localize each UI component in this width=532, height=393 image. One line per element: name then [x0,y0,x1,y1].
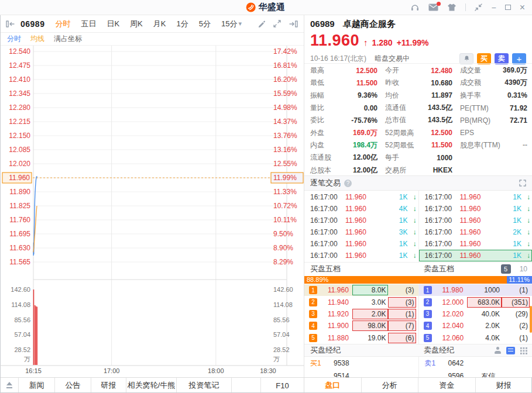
collapse-left-panel-icon[interactable] [6,20,15,27]
broker-grid-view-icon[interactable] [520,347,527,354]
broker-person-view-icon[interactable] [494,347,502,354]
ask-ratio: 11.11% [507,276,532,284]
sell-button[interactable]: 卖 [495,53,509,64]
overlay-toggle[interactable]: 分时 [7,34,21,44]
period-tab[interactable]: 周K [130,19,143,29]
tick-volume: 1K [492,216,522,225]
depth-price: 12.040 [437,322,467,330]
broker-row[interactable]: 买19538 [310,357,418,370]
panel-tab[interactable]: 财报 [475,378,532,393]
draw-pencil-icon[interactable] [258,20,265,27]
quote-cell: 内盘198.4万 [310,139,377,151]
open-right-panel-icon[interactable] [289,20,298,27]
alert-bell-button[interactable] [459,53,473,64]
tick-volume: 4K [377,205,408,213]
period-tab[interactable]: 五日 [81,19,96,29]
svg-text:114.08: 114.08 [273,301,293,308]
overlay-toggle[interactable]: 满占坐标 [54,34,82,44]
chevron-down-icon[interactable]: ▾ [238,20,242,27]
broker-row[interactable]: 9514 [310,370,418,377]
f10-tab[interactable]: F10 [260,378,304,393]
tick-time: 16:17:00 [425,228,460,236]
bid-ask-ratio-bar: 88.89% 11.11% [304,276,532,284]
tick-time: 16:17:00 [310,193,345,201]
bottom-tab[interactable]: 公告 [55,378,91,393]
broker-row[interactable]: 卖10642 [425,357,532,370]
depth-row[interactable]: 311.9202.0K(1) [304,308,418,320]
depth-level-5-button[interactable]: 5 [501,264,511,274]
bottom-tab[interactable]: 研报 [91,378,126,393]
depth-row[interactable]: 212.000683.0K(351) [419,296,532,308]
bottom-tab[interactable]: 新闻 [19,378,55,393]
tick-trade-row: 16:17:0011.9604K↓ [304,203,418,215]
tick-price: 11.960 [345,240,377,248]
period-tab[interactable]: 分时 [55,19,70,29]
depth-row[interactable]: 412.0402.0K(2) [419,320,532,332]
eject-panel-button[interactable] [0,378,19,393]
depth-row[interactable]: 312.02040.0K(29) [419,308,532,320]
quote-label: 52周最高 [385,128,414,138]
depth-level-badge: 4 [309,322,317,330]
period-tab[interactable]: 15分 [221,19,237,29]
depth-row[interactable]: 512.0604.0K(1) [419,332,532,344]
period-tab[interactable]: 月K [153,19,166,29]
intraday-chart-svg: 12.54012.47512.41012.34512.28012.21512.1… [0,46,304,377]
minimize-icon[interactable]: − [491,4,496,12]
panel-tab[interactable]: 盘口 [304,378,361,393]
depth-row[interactable]: 511.88019.0K(6) [304,332,418,344]
period-tab[interactable]: 5分 [199,19,211,29]
depth-level-badge: 1 [309,286,317,294]
quote-cell: 成交额4390万 [460,77,527,89]
period-tab[interactable]: 日K [107,19,119,29]
broker-list-view-icon[interactable] [506,347,515,354]
quote-cell: 52周最低11.500 [385,139,452,151]
bottom-tab[interactable]: 相关窝轮/牛熊 [126,378,177,393]
depth-row[interactable]: 111.9608.0K(3) [304,284,418,296]
expand-section-icon[interactable] [519,180,526,187]
period-tab[interactable]: 1分 [176,19,188,29]
intraday-chart[interactable]: 12.54012.47512.41012.34512.28012.21512.1… [0,46,304,377]
overlay-toggle[interactable]: 均线 [30,34,44,44]
customer-service-icon[interactable] [410,4,420,12]
svg-text:85.56: 85.56 [14,316,30,323]
close-icon[interactable]: × [520,3,525,12]
broker-queues: 买195389514 卖106429596友信 [304,357,532,377]
panel-tab[interactable]: 分析 [361,378,418,393]
depth-row[interactable]: 111.9801000(1) [419,284,532,296]
svg-text:12.345: 12.345 [9,89,30,98]
quote-value: 11.500 [431,141,452,149]
depth-row[interactable]: 411.90098.0K(7) [304,320,418,332]
theme-skin-icon[interactable] [447,4,457,11]
tick-time: 16:17:00 [310,216,345,225]
depth-order-count: (3) [388,285,416,295]
restore-window-icon[interactable] [475,4,482,11]
chart-panel: 06989 分时五日日K周K月K1分5分15分 ▾ [0,15,304,377]
depth-price: 11.900 [322,322,352,330]
quote-cell: 外盘169.0万 [310,126,377,139]
depth-price: 12.000 [437,298,467,306]
tick-trades: 16:17:0011.9601K↓16:17:0011.9604K↓16:17:… [304,191,532,262]
tick-volume: 3K [377,228,408,236]
help-icon[interactable]: ? [344,180,352,187]
titlebar-separator [465,4,466,11]
scrollbar-thumb[interactable] [530,306,532,333]
svg-text:12.280: 12.280 [9,104,30,112]
bottom-tab[interactable]: 投资笔记 [177,378,232,393]
messages-icon[interactable] [428,4,438,11]
add-watchlist-button[interactable]: + [512,53,526,64]
maximize-icon[interactable] [505,5,511,10]
svg-text:15.59%: 15.59% [273,89,297,98]
fullscreen-expand-icon[interactable] [273,20,281,27]
tick-price: 11.960 [460,193,492,201]
app-window: 华盛通 − × [0,0,532,393]
depth-level-10-button[interactable]: 10 [520,265,527,273]
panel-tab[interactable]: 资金 [418,378,475,393]
quote-cell: 振幅9.36% [310,89,377,102]
buy-button[interactable]: 买 [477,53,491,64]
depth-order-count: (29) [502,309,530,319]
depth-row[interactable]: 211.9403.0K(3) [304,296,418,308]
quote-grid: 最高12.500今开12.480成交量369.0万最低11.500昨收10.68… [304,63,532,175]
depth-volume: 683.0K [467,297,502,308]
broker-row[interactable]: 9596友信 [425,370,532,377]
quote-value: 12.00亿 [353,153,377,163]
